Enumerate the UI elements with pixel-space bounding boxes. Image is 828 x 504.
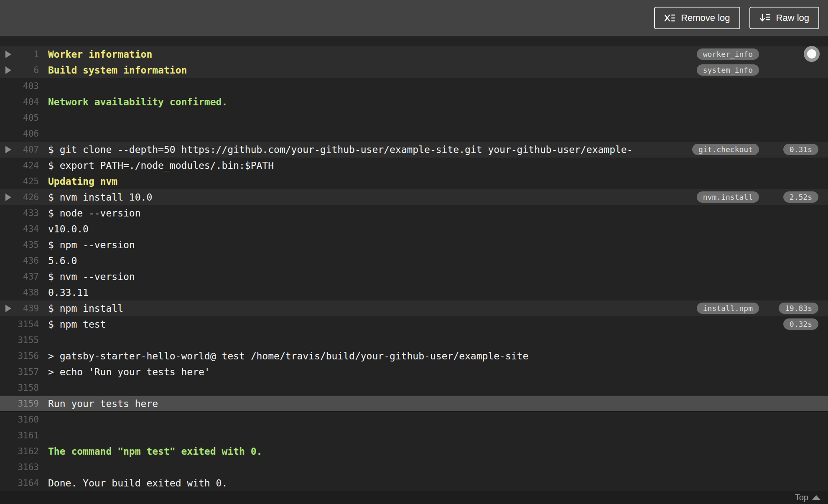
line-number[interactable]: 3154: [15, 319, 39, 329]
remove-log-label: Remove log: [681, 13, 730, 23]
fold-arrow-icon[interactable]: [5, 146, 11, 153]
duration-badge: 19.83s: [779, 303, 818, 314]
fold-arrow-icon[interactable]: [5, 66, 11, 74]
log-footer: Top: [0, 491, 828, 504]
fold-arrow-cell: [0, 225, 15, 233]
fold-arrow-cell: [0, 305, 15, 312]
line-number[interactable]: 434: [15, 224, 39, 234]
line-number[interactable]: 403: [15, 81, 39, 91]
line-number[interactable]: 435: [15, 240, 39, 250]
line-number[interactable]: 436: [15, 256, 39, 266]
line-number[interactable]: 3163: [15, 462, 39, 472]
line-number[interactable]: 405: [15, 113, 39, 123]
remove-log-button[interactable]: Remove log: [654, 7, 740, 29]
line-text: $ nvm --version: [48, 271, 135, 282]
fold-arrow-cell: [0, 146, 15, 153]
fold-arrow-cell: [0, 66, 15, 74]
line-text: Run your tests here: [48, 398, 158, 409]
line-number[interactable]: 3162: [15, 446, 39, 456]
line-number[interactable]: 407: [15, 145, 39, 155]
fold-arrow-cell: [0, 321, 15, 328]
line-number[interactable]: 424: [15, 160, 39, 171]
line-number[interactable]: 438: [15, 288, 39, 298]
fold-arrow-cell: [0, 162, 15, 169]
fold-arrow-cell: [0, 289, 15, 296]
log-row: 426 $ nvm install 10.0 nvm.install 2.52s: [0, 189, 828, 205]
log-row: 3162 The command "npm test" exited with …: [0, 443, 828, 459]
log-row: 3154 $ npm test 0.32s: [0, 316, 828, 332]
fold-arrow-cell: [0, 130, 15, 137]
fold-arrow-cell: [0, 209, 15, 217]
log-row: 433 $ node --version: [0, 205, 828, 221]
log-row: 3158: [0, 380, 828, 396]
raw-log-icon: [759, 13, 771, 23]
line-text: $ nvm install 10.0: [48, 192, 152, 203]
line-number[interactable]: 3160: [15, 415, 39, 425]
fold-arrow-cell: [0, 273, 15, 280]
fold-name-badge: system_info: [697, 64, 759, 76]
line-number[interactable]: 437: [15, 272, 39, 282]
log-row: 425 Updating nvm: [0, 173, 828, 189]
fold-arrow-cell: [0, 82, 15, 90]
line-number[interactable]: 3157: [15, 367, 39, 377]
line-number[interactable]: 3158: [15, 383, 39, 393]
line-text: Done. Your build exited with 0.: [48, 478, 227, 489]
fold-arrow-cell: [0, 178, 15, 185]
line-number[interactable]: 3164: [15, 478, 39, 488]
fold-arrow-cell: [0, 384, 15, 392]
fold-arrow-cell: [0, 98, 15, 106]
scroll-dot-indicator[interactable]: [804, 46, 820, 62]
line-number[interactable]: 1: [15, 49, 39, 59]
caret-up-icon: [812, 495, 820, 500]
line-text: Network availability confirmed.: [48, 97, 227, 107]
scroll-to-top-link[interactable]: Top: [795, 493, 820, 502]
raw-log-label: Raw log: [776, 13, 809, 23]
fold-arrow-cell: [0, 336, 15, 344]
line-number[interactable]: 6: [15, 65, 39, 75]
log-row: 1 Worker information worker_info: [0, 46, 828, 62]
line-text: $ git clone --depth=50 https://github.co…: [48, 144, 633, 155]
line-text: $ npm --version: [48, 239, 135, 250]
line-number[interactable]: 426: [15, 192, 39, 202]
line-text: Worker information: [48, 49, 152, 60]
log-row: 404 Network availability confirmed.: [0, 94, 828, 110]
fold-arrow-icon[interactable]: [5, 305, 11, 312]
log-row: 436 5.6.0: [0, 253, 828, 269]
raw-log-button[interactable]: Raw log: [749, 7, 819, 29]
log-row: 405: [0, 110, 828, 126]
line-number[interactable]: 433: [15, 208, 39, 218]
line-number[interactable]: 404: [15, 97, 39, 107]
fold-arrow-cell: [0, 368, 15, 376]
log-row: 3155: [0, 332, 828, 348]
log-body: 1 Worker information worker_info 6 Build…: [0, 46, 828, 491]
log-row: 3159 Run your tests here: [0, 396, 828, 412]
line-number[interactable]: 425: [15, 176, 39, 186]
line-number[interactable]: 439: [15, 303, 39, 313]
line-text: $ export PATH=./node_modules/.bin:$PATH: [48, 160, 274, 171]
line-text: Build system information: [48, 65, 187, 76]
log-row: 437 $ nvm --version: [0, 269, 828, 285]
line-text: Updating nvm: [48, 176, 117, 187]
fold-arrow-cell: [0, 416, 15, 423]
log-row: 6 Build system information system_info: [0, 62, 828, 78]
line-number[interactable]: 3161: [15, 430, 39, 440]
log-row: 403: [0, 78, 828, 94]
log-row: 438 0.33.11: [0, 285, 828, 300]
fold-arrow-icon[interactable]: [5, 51, 11, 58]
log-row: 3163: [0, 459, 828, 475]
build-log: 1 Worker information worker_info 6 Build…: [0, 36, 828, 491]
line-number[interactable]: 3155: [15, 335, 39, 345]
fold-name-badge: nvm.install: [697, 191, 759, 203]
line-number[interactable]: 3156: [15, 351, 39, 361]
log-row: 3164 Done. Your build exited with 0.: [0, 475, 828, 491]
line-number[interactable]: 3159: [15, 399, 39, 409]
line-text: $ npm install: [48, 303, 123, 314]
remove-log-icon: [664, 13, 675, 23]
log-toolbar: Remove log Raw log: [0, 0, 828, 36]
fold-name-badge: worker_info: [697, 48, 759, 60]
line-number[interactable]: 406: [15, 129, 39, 139]
log-row: 3160: [0, 412, 828, 428]
log-row: 3157 > echo 'Run your tests here': [0, 364, 828, 380]
fold-arrow-icon[interactable]: [5, 193, 11, 201]
fold-arrow-cell: [0, 400, 15, 407]
